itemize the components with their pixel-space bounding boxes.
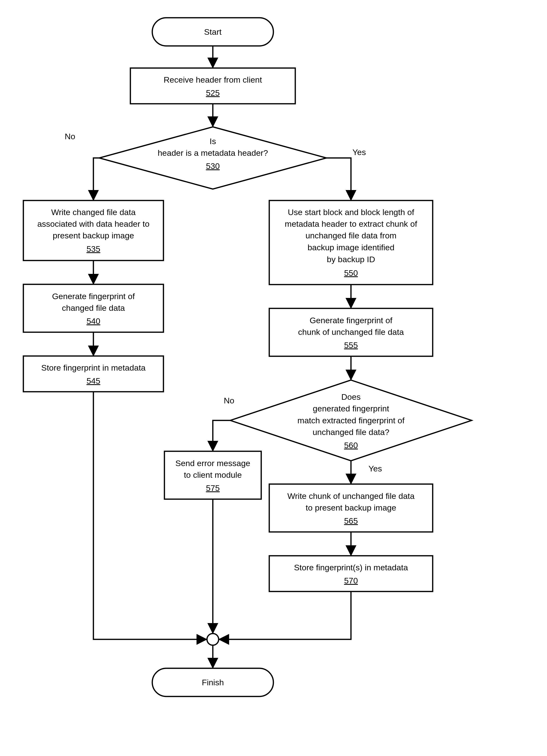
node-540: Generate fingerprint of changed file dat… <box>23 284 163 332</box>
svg-text:Does: Does <box>341 392 361 401</box>
svg-text:Store fingerprint in metadata: Store fingerprint in metadata <box>41 363 145 372</box>
svg-text:changed file data: changed file data <box>62 303 125 313</box>
svg-text:Write changed file data: Write changed file data <box>51 208 135 217</box>
svg-text:535: 535 <box>87 244 100 253</box>
finish-node: Finish <box>152 668 274 696</box>
svg-text:540: 540 <box>87 316 100 326</box>
label-530-no: No <box>65 132 75 141</box>
svg-text:backup image identified: backup image identified <box>308 243 394 252</box>
node-530: Is header is a metadata header? 530 <box>99 127 327 189</box>
node-525: Receive header from client 525 <box>130 68 295 104</box>
node-555: Generate fingerprint of chunk of unchang… <box>269 308 433 356</box>
svg-text:555: 555 <box>344 340 358 350</box>
svg-text:header is a metadata header?: header is a metadata header? <box>158 148 268 157</box>
svg-text:unchanged file data?: unchanged file data? <box>313 427 389 437</box>
svg-text:Send error message: Send error message <box>175 459 250 468</box>
svg-text:metadata header to extract chu: metadata header to extract chunk of <box>285 219 417 228</box>
flowchart: Start Receive header from client 525 Is … <box>0 0 547 756</box>
node-545: Store fingerprint in metadata 545 <box>23 356 163 392</box>
svg-text:Use start block and block leng: Use start block and block length of <box>288 208 414 217</box>
svg-text:575: 575 <box>206 483 220 493</box>
svg-text:to client module: to client module <box>184 470 242 479</box>
node-560: Does generated fingerprint match extract… <box>230 380 472 461</box>
svg-text:Generate fingerprint of: Generate fingerprint of <box>310 316 393 325</box>
start-label: Start <box>204 27 221 36</box>
svg-text:associated with data header to: associated with data header to <box>37 219 149 228</box>
edge-560-575 <box>213 420 230 451</box>
node-570: Store fingerprint(s) in metadata 570 <box>269 556 433 591</box>
svg-text:unchanged file data from: unchanged file data from <box>306 231 397 240</box>
label-560-no: No <box>224 396 234 405</box>
svg-text:Store fingerprint(s) in metada: Store fingerprint(s) in metadata <box>294 563 408 572</box>
svg-text:by backup ID: by backup ID <box>327 255 375 264</box>
edge-545-connector <box>93 392 206 639</box>
svg-text:match extracted fingerprint of: match extracted fingerprint of <box>298 416 405 425</box>
svg-text:generated fingerprint: generated fingerprint <box>313 404 389 413</box>
svg-text:565: 565 <box>344 516 358 525</box>
svg-rect-45 <box>269 556 433 591</box>
svg-rect-17 <box>23 356 163 392</box>
svg-marker-4 <box>99 127 327 189</box>
svg-text:550: 550 <box>344 268 358 278</box>
edge-530-550 <box>327 158 351 200</box>
svg-text:Receive header from client: Receive header from client <box>164 75 262 84</box>
finish-label: Finish <box>202 678 224 687</box>
start-node: Start <box>152 18 274 46</box>
node-550: Use start block and block length of meta… <box>269 200 433 285</box>
svg-text:chunk of unchanged file data: chunk of unchanged file data <box>298 327 404 337</box>
svg-text:Is: Is <box>210 137 216 146</box>
svg-text:530: 530 <box>206 161 220 171</box>
svg-rect-1 <box>130 68 295 104</box>
svg-text:570: 570 <box>344 576 358 585</box>
node-575: Send error message to client module 575 <box>164 451 261 499</box>
label-560-yes: Yes <box>369 464 382 473</box>
svg-text:to present backup image: to present backup image <box>306 503 396 512</box>
svg-text:525: 525 <box>206 88 220 97</box>
connector-circle <box>207 634 219 645</box>
svg-text:present backup image: present backup image <box>53 231 134 240</box>
svg-text:560: 560 <box>344 441 358 450</box>
node-535: Write changed file data associated with … <box>23 200 163 261</box>
edge-530-535 <box>93 158 99 200</box>
node-565: Write chunk of unchanged file data to pr… <box>269 484 433 532</box>
svg-text:545: 545 <box>87 376 100 385</box>
edge-570-connector <box>219 591 351 639</box>
label-530-yes: Yes <box>353 148 366 157</box>
svg-text:Generate fingerprint of: Generate fingerprint of <box>52 292 135 301</box>
svg-text:Write chunk of unchanged file : Write chunk of unchanged file data <box>288 491 415 501</box>
